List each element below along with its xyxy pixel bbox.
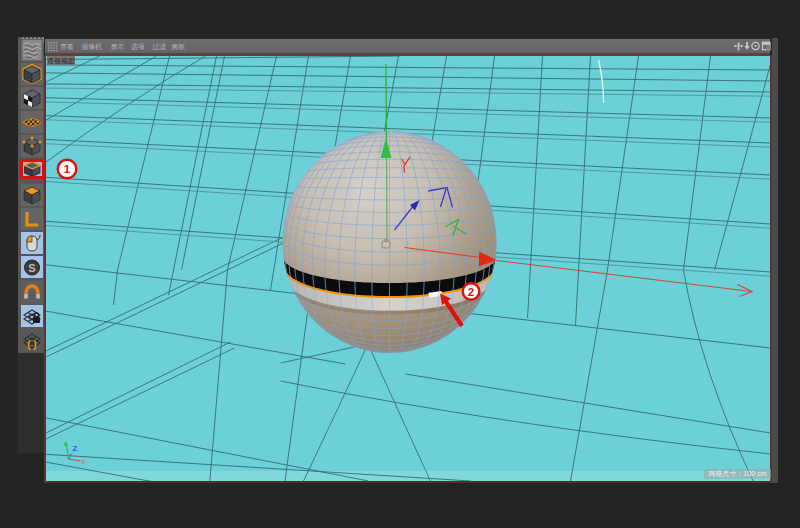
svg-text:1: 1 bbox=[64, 163, 71, 175]
svg-text:x: x bbox=[81, 457, 85, 466]
svg-text:S: S bbox=[28, 262, 35, 274]
svg-text:2: 2 bbox=[467, 286, 473, 298]
svg-text:( ): ( ) bbox=[27, 339, 36, 350]
svg-text:Z: Z bbox=[72, 444, 77, 453]
